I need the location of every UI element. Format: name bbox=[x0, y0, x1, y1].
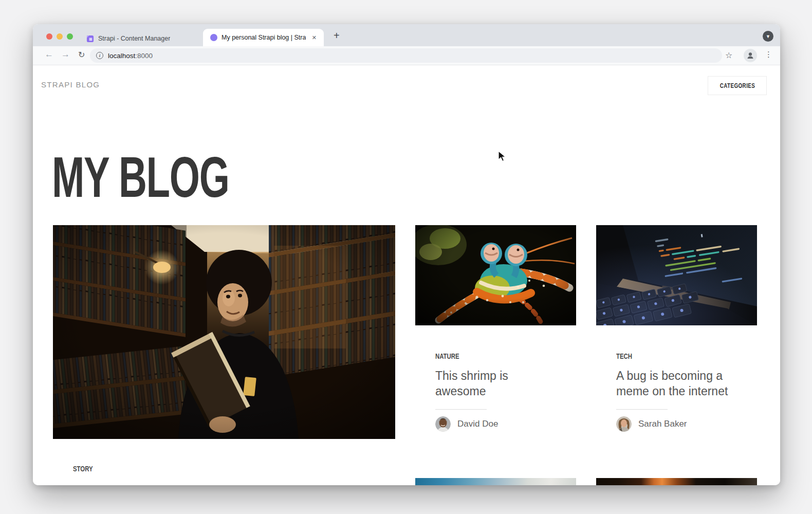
partial-article-image-right[interactable] bbox=[596, 478, 757, 485]
tab-title: My personal Strapi blog | Strap bbox=[222, 34, 306, 41]
browser-toolbar: ← → ↻ i localhost:8000 ☆ ⋮ bbox=[33, 46, 780, 65]
article-author: David Doe bbox=[435, 416, 576, 432]
partial-article-image-left[interactable] bbox=[415, 478, 576, 485]
author-name: David Doe bbox=[457, 419, 498, 429]
site-info-icon[interactable]: i bbox=[96, 52, 103, 59]
blog-favicon-icon bbox=[210, 34, 217, 41]
avatar bbox=[616, 416, 632, 432]
new-tab-icon[interactable]: + bbox=[334, 30, 340, 42]
tab-strip: Strapi - Content Manager ✕ My personal S… bbox=[33, 24, 780, 46]
close-window-button[interactable] bbox=[46, 33, 52, 40]
avatar bbox=[435, 416, 451, 432]
address-bar[interactable]: i localhost:8000 bbox=[90, 48, 722, 63]
back-icon[interactable]: ← bbox=[45, 49, 53, 60]
url-text: localhost:8000 bbox=[108, 52, 153, 60]
desktop: { "browser": { "tabs": [ { "title": "Str… bbox=[0, 0, 812, 514]
article-card-shrimp[interactable]: NATURE This shrimp is awesome David Doe bbox=[415, 225, 576, 432]
article-category-label: TECH bbox=[616, 352, 757, 360]
hero-article-image[interactable] bbox=[53, 225, 395, 439]
profile-button[interactable] bbox=[744, 49, 757, 62]
divider bbox=[435, 409, 487, 410]
page-title: MY BLOG bbox=[52, 149, 312, 206]
site-brand: STRAPI BLOG bbox=[41, 80, 100, 89]
minimize-window-button[interactable] bbox=[57, 33, 63, 40]
forward-icon[interactable]: → bbox=[61, 49, 70, 60]
article-title[interactable]: This shrimp is awesome bbox=[435, 369, 555, 399]
person-icon bbox=[746, 51, 754, 60]
browser-menu-icon[interactable]: ⋮ bbox=[765, 50, 772, 59]
tab-close-icon[interactable]: ✕ bbox=[310, 33, 319, 42]
article-image-shrimp[interactable] bbox=[415, 225, 576, 325]
article-card-bug-meme[interactable]: TECH A bug is becoming a meme on the int… bbox=[596, 225, 757, 432]
hero-category-label: STORY bbox=[73, 464, 99, 473]
bookmark-star-icon[interactable]: ☆ bbox=[725, 50, 732, 60]
divider bbox=[616, 409, 668, 410]
categories-button[interactable]: CATEGORIES bbox=[708, 76, 767, 95]
browser-window: Strapi - Content Manager ✕ My personal S… bbox=[33, 24, 780, 485]
article-image-laptop[interactable] bbox=[596, 225, 757, 325]
page-content: STRAPI BLOG CATEGORIES MY BLOG bbox=[33, 65, 780, 485]
zoom-window-button[interactable] bbox=[67, 33, 73, 40]
mouse-cursor bbox=[498, 151, 507, 162]
tab-search-icon[interactable]: ▼ bbox=[763, 31, 773, 42]
article-author: Sarah Baker bbox=[616, 416, 757, 432]
window-controls bbox=[46, 33, 73, 40]
article-category-label: NATURE bbox=[435, 352, 576, 360]
author-name: Sarah Baker bbox=[638, 419, 687, 429]
article-title[interactable]: A bug is becoming a meme on the internet bbox=[616, 369, 735, 399]
tab-title: Strapi - Content Manager bbox=[98, 35, 170, 42]
tab-my-blog-active[interactable]: My personal Strapi blog | Strap ✕ bbox=[203, 29, 324, 46]
categories-button-label: CATEGORIES bbox=[719, 82, 754, 89]
reload-icon[interactable]: ↻ bbox=[78, 50, 85, 60]
strapi-favicon-icon bbox=[86, 35, 94, 43]
